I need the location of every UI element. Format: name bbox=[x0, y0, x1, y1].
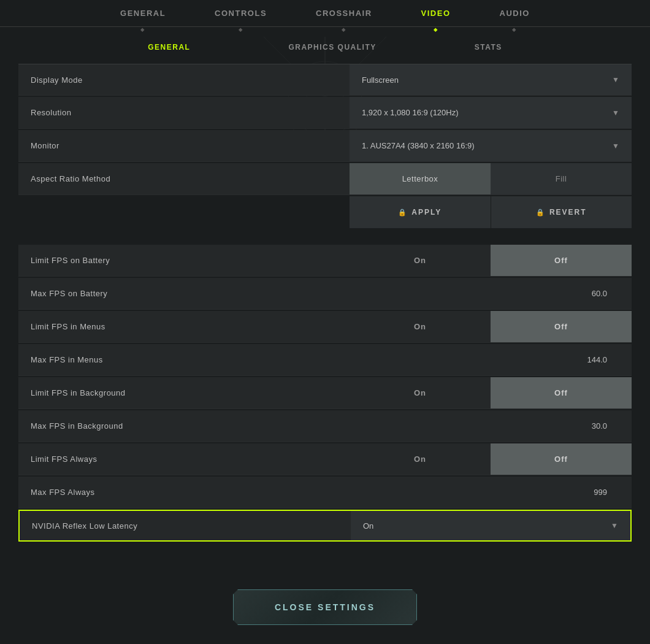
limit-fps-menus-row: Limit FPS in Menus On Off bbox=[18, 311, 632, 343]
subnav-general[interactable]: GENERAL bbox=[99, 43, 239, 52]
limit-fps-always-off[interactable]: Off bbox=[491, 443, 632, 475]
limit-fps-battery-label: Limit FPS on Battery bbox=[18, 256, 350, 265]
top-navigation: GENERAL CONTROLS CROSSHAIR VIDEO AUDIO bbox=[0, 0, 650, 27]
limit-fps-battery-toggle: On Off bbox=[350, 245, 632, 276]
limit-fps-background-toggle: On Off bbox=[350, 377, 632, 408]
limit-fps-menus-value: On Off bbox=[350, 311, 632, 342]
close-settings-container: CLOSE SETTINGS bbox=[0, 570, 650, 644]
action-row: 🔒 APPLY 🔒 REVERT bbox=[350, 196, 632, 228]
limit-fps-always-label: Limit FPS Always bbox=[18, 454, 350, 464]
chevron-down-icon: ▼ bbox=[612, 109, 619, 117]
aspect-toggle-group: Letterbox Fill bbox=[350, 163, 632, 194]
nvidia-reflex-label: NVIDIA Reflex Low Latency bbox=[20, 521, 351, 531]
limit-fps-battery-value: On Off bbox=[350, 245, 632, 276]
display-mode-dropdown[interactable]: Fullscreen ▼ bbox=[350, 64, 632, 95]
aspect-ratio-row: Aspect Ratio Method Letterbox Fill bbox=[18, 163, 632, 195]
limit-fps-background-off[interactable]: Off bbox=[491, 377, 632, 408]
display-mode-value: Fullscreen ▼ bbox=[350, 64, 632, 95]
max-fps-battery-row: Max FPS on Battery 60.0 bbox=[18, 278, 632, 310]
tab-video[interactable]: VIDEO bbox=[397, 0, 475, 26]
resolution-value: 1,920 x 1,080 16:9 (120Hz) ▼ bbox=[350, 97, 632, 128]
monitor-row: Monitor 1. AUS27A4 (3840 x 2160 16:9) ▼ bbox=[18, 130, 632, 162]
chevron-down-icon: ▼ bbox=[611, 521, 618, 530]
limit-fps-background-label: Limit FPS in Background bbox=[18, 388, 350, 397]
tab-general[interactable]: GENERAL bbox=[96, 0, 190, 26]
limit-fps-always-toggle: On Off bbox=[350, 443, 632, 475]
lock-icon: 🔒 bbox=[398, 209, 408, 217]
subnav-graphics[interactable]: GRAPHICS QUALITY bbox=[239, 43, 425, 52]
tab-controls[interactable]: CONTROLS bbox=[190, 0, 291, 26]
max-fps-menus-label: Max FPS in Menus bbox=[18, 355, 350, 364]
max-fps-battery-number: 60.0 bbox=[350, 278, 632, 309]
max-fps-background-label: Max FPS in Background bbox=[18, 421, 350, 431]
limit-fps-battery-row: Limit FPS on Battery On Off bbox=[18, 245, 632, 277]
max-fps-background-row: Max FPS in Background 30.0 bbox=[18, 410, 632, 442]
limit-fps-menus-off[interactable]: Off bbox=[491, 311, 632, 342]
max-fps-always-row: Max FPS Always 999 bbox=[18, 477, 632, 508]
chevron-down-icon: ▼ bbox=[612, 142, 619, 150]
limit-fps-always-on[interactable]: On bbox=[350, 443, 491, 475]
lock-icon: 🔒 bbox=[536, 209, 546, 217]
nvidia-reflex-dropdown[interactable]: On ▼ bbox=[351, 511, 630, 540]
max-fps-menus-value: 144.0 bbox=[350, 344, 632, 375]
limit-fps-menus-on[interactable]: On bbox=[350, 311, 491, 342]
max-fps-background-value: 30.0 bbox=[350, 410, 632, 442]
limit-fps-always-value: On Off bbox=[350, 443, 632, 475]
limit-fps-background-on[interactable]: On bbox=[350, 377, 491, 408]
aspect-ratio-label: Aspect Ratio Method bbox=[18, 174, 350, 183]
max-fps-background-number: 30.0 bbox=[350, 410, 632, 442]
max-fps-always-value: 999 bbox=[350, 477, 632, 508]
aspect-ratio-value: Letterbox Fill bbox=[350, 163, 632, 194]
display-mode-label: Display Mode bbox=[18, 75, 350, 85]
resolution-row: Resolution 1,920 x 1,080 16:9 (120Hz) ▼ bbox=[18, 97, 632, 129]
subnav-stats[interactable]: STATS bbox=[426, 43, 551, 52]
monitor-value: 1. AUS27A4 (3840 x 2160 16:9) ▼ bbox=[350, 130, 632, 161]
apply-button[interactable]: 🔒 APPLY bbox=[350, 196, 491, 228]
limit-fps-background-value: On Off bbox=[350, 377, 632, 408]
max-fps-always-number: 999 bbox=[350, 477, 632, 508]
resolution-dropdown[interactable]: 1,920 x 1,080 16:9 (120Hz) ▼ bbox=[350, 97, 632, 128]
max-fps-menus-number: 144.0 bbox=[350, 344, 632, 375]
letterbox-button[interactable]: Letterbox bbox=[350, 163, 491, 194]
tab-audio[interactable]: AUDIO bbox=[475, 0, 554, 26]
limit-fps-always-row: Limit FPS Always On Off bbox=[18, 443, 632, 475]
limit-fps-menus-toggle: On Off bbox=[350, 311, 632, 342]
limit-fps-background-row: Limit FPS in Background On Off bbox=[18, 377, 632, 409]
fill-button[interactable]: Fill bbox=[491, 163, 632, 194]
sub-navigation: GENERAL GRAPHICS QUALITY STATS bbox=[0, 27, 650, 58]
display-mode-row: Display Mode Fullscreen ▼ bbox=[18, 64, 632, 96]
settings-panel: Display Mode Fullscreen ▼ Resolution 1,9… bbox=[0, 58, 650, 549]
close-settings-button[interactable]: CLOSE SETTINGS bbox=[233, 589, 417, 625]
nvidia-reflex-row: NVIDIA Reflex Low Latency On ▼ bbox=[18, 510, 632, 542]
tab-crosshair[interactable]: CROSSHAIR bbox=[291, 0, 397, 26]
monitor-label: Monitor bbox=[18, 141, 350, 150]
limit-fps-battery-off[interactable]: Off bbox=[491, 245, 632, 276]
revert-button[interactable]: 🔒 REVERT bbox=[491, 196, 632, 228]
action-buttons: 🔒 APPLY 🔒 REVERT bbox=[350, 196, 632, 228]
limit-fps-battery-on[interactable]: On bbox=[350, 245, 491, 276]
limit-fps-menus-label: Limit FPS in Menus bbox=[18, 322, 350, 331]
chevron-down-icon: ▼ bbox=[612, 75, 619, 84]
nvidia-reflex-value: On ▼ bbox=[351, 511, 630, 540]
monitor-dropdown[interactable]: 1. AUS27A4 (3840 x 2160 16:9) ▼ bbox=[350, 130, 632, 161]
max-fps-battery-value: 60.0 bbox=[350, 278, 632, 309]
resolution-label: Resolution bbox=[18, 108, 350, 117]
max-fps-menus-row: Max FPS in Menus 144.0 bbox=[18, 344, 632, 376]
max-fps-battery-label: Max FPS on Battery bbox=[18, 289, 350, 298]
max-fps-always-label: Max FPS Always bbox=[18, 488, 350, 497]
